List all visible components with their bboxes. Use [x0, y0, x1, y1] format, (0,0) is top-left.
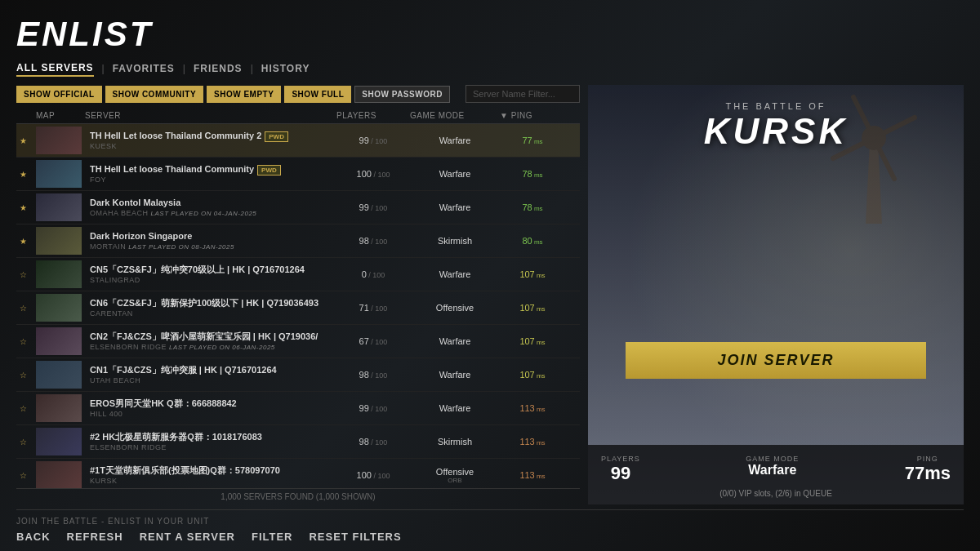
gamemode-col: OffensiveORB	[410, 467, 500, 484]
star-icon: ☆	[20, 471, 36, 480]
server-info: CN5「CZS&FJ」纯冲突70级以上 | HK | Q716701264 ST…	[85, 264, 336, 283]
list-footer: 1,000 SERVERS FOUND (1,000 SHOWN)	[16, 488, 580, 504]
server-info: Dark Horizon Singapore MORTAIN Last Play…	[85, 231, 336, 250]
players-col: 98 / 100	[336, 370, 410, 380]
server-info: #1T天堂萌新俱乐部(投票地图)Q群：578097070 KURSK	[85, 465, 336, 484]
server-map: STALINGRAD	[90, 276, 332, 284]
ping-label: PING	[905, 455, 951, 463]
filter-show-password[interactable]: SHOW PASSWORD	[354, 86, 450, 103]
filter-show-official[interactable]: SHOW OFFICIAL	[16, 86, 102, 103]
gamemode-col: Warfare	[410, 336, 500, 346]
ping-col: 78 ms	[500, 202, 565, 212]
filter-show-full[interactable]: SHOW FULL	[284, 86, 351, 103]
map-image	[36, 394, 82, 422]
gamemode-col: Skirmish	[410, 236, 500, 246]
star-icon: ☆	[20, 337, 36, 346]
table-row[interactable]: ★ Dark Horizon Singapore MORTAIN Last Pl…	[16, 224, 580, 258]
map-image	[36, 160, 82, 188]
join-server-button[interactable]: Join Server	[626, 342, 926, 379]
server-name: Dark Horizon Singapore	[90, 231, 332, 242]
stat-players: PLAYERS 99	[601, 455, 640, 484]
map-thumbnail	[36, 428, 82, 455]
server-map: KUESK	[90, 142, 332, 150]
server-map: KURSK	[90, 477, 332, 485]
server-search-input[interactable]	[466, 85, 580, 103]
map-thumbnail	[36, 193, 82, 221]
players-value: 99	[601, 463, 640, 484]
ping-col: 107 ms	[500, 269, 565, 279]
preview-subtitle: THE BATTLE OF	[588, 101, 964, 111]
gamemode-col: Warfare	[410, 403, 500, 413]
nav-sep-2: |	[183, 63, 185, 74]
server-name: TH Hell Let loose Thailand Community 2PW…	[90, 131, 332, 143]
table-row[interactable]: ☆ EROS男同天堂HK Q群：666888842 HILL 400 99 / …	[16, 392, 580, 425]
players-col: 98 / 100	[336, 437, 410, 447]
map-image	[36, 260, 82, 288]
gamemode-label: GAME MODE	[746, 455, 799, 463]
server-name: EROS男同天堂HK Q群：666888842	[90, 398, 332, 409]
ping-col: 80 ms	[500, 236, 565, 246]
server-map: ELSENBORN RIDGE	[90, 443, 332, 451]
col-gamemode: Game Mode	[410, 111, 500, 120]
server-info: CN6「CZS&FJ」萌新保护100级以下 | HK | Q719036493 …	[85, 298, 336, 317]
players-col: 67 / 100	[336, 336, 410, 346]
star-icon: ☆	[20, 404, 36, 413]
server-name: #1T天堂萌新俱乐部(投票地图)Q群：578097070	[90, 465, 332, 476]
server-preview-panel: THE BATTLE OF KURSK Join Server PLAYERS …	[588, 85, 964, 504]
tab-all-servers[interactable]: ALL SERVERS	[16, 60, 94, 77]
map-image	[36, 327, 82, 355]
ping-col: 107 ms	[500, 303, 565, 313]
table-row[interactable]: ☆ #1T天堂萌新俱乐部(投票地图)Q群：578097070 KURSK 100…	[16, 459, 580, 488]
tab-favorites[interactable]: FAVORITES	[113, 61, 175, 76]
server-info: Dark Kontol Malaysia OMAHA BEACH Last Pl…	[85, 198, 336, 216]
ping-col: 113 ms	[500, 437, 565, 447]
nav-tabs: ALL SERVERS | FAVORITES | FRIENDS | HIST…	[16, 60, 964, 77]
table-row[interactable]: ☆ CN6「CZS&FJ」萌新保护100级以下 | HK | Q71903649…	[16, 291, 580, 325]
reset-filters-button[interactable]: RESET FILTERS	[309, 531, 401, 543]
table-row[interactable]: ★ TH Hell Let loose Thailand CommunityPW…	[16, 158, 580, 191]
server-map: UTAH BEACH	[90, 376, 332, 384]
table-row[interactable]: ☆ CN1「FJ&CZS」纯冲突服 | HK | Q716701264 UTAH…	[16, 358, 580, 392]
filter-show-community[interactable]: SHOW COMMUNITY	[105, 86, 204, 103]
stat-gamemode: GAME MODE Warfare	[746, 455, 799, 478]
preview-title: KURSK	[588, 111, 964, 152]
table-row[interactable]: ★ TH Hell Let loose Thailand Community 2…	[16, 124, 580, 158]
server-name: Dark Kontol Malaysia	[90, 198, 332, 208]
map-image	[36, 227, 82, 255]
table-row[interactable]: ☆ CN5「CZS&FJ」纯冲突70级以上 | HK | Q716701264 …	[16, 258, 580, 291]
rent-server-button[interactable]: RENT A SERVER	[140, 531, 235, 543]
col-ping: ▼ Ping	[500, 111, 565, 120]
table-row[interactable]: ☆ #2 HK北极星萌新服务器Q群：1018176083 ELSENBORN R…	[16, 425, 580, 459]
server-info: #2 HK北极星萌新服务器Q群：1018176083 ELSENBORN RID…	[85, 432, 336, 451]
filter-bar: SHOW OFFICIAL SHOW COMMUNITY SHOW EMPTY …	[16, 85, 580, 103]
tab-history[interactable]: HISTORY	[261, 61, 310, 76]
server-list: ★ TH Hell Let loose Thailand Community 2…	[16, 124, 580, 488]
players-col: 99 / 100	[336, 136, 410, 145]
gamemode-col: Warfare	[410, 136, 500, 145]
server-map: HILL 400	[90, 410, 332, 418]
server-name: CN2「FJ&CZS」啤酒小屋萌新宝宝乐园 | HK | Q719036/	[90, 331, 332, 342]
players-col: 99 / 100	[336, 403, 410, 413]
preview-title-area: THE BATTLE OF KURSK	[588, 101, 964, 152]
ping-value: 77ms	[905, 463, 951, 484]
col-players: Players	[336, 111, 410, 120]
server-name: CN6「CZS&FJ」萌新保护100级以下 | HK | Q719036493	[90, 298, 332, 309]
ping-col: 107 ms	[500, 336, 565, 346]
table-row[interactable]: ★ Dark Kontol Malaysia OMAHA BEACH Last …	[16, 191, 580, 224]
server-preview: THE BATTLE OF KURSK Join Server PLAYERS …	[588, 85, 964, 504]
tab-friends[interactable]: FRIENDS	[194, 61, 243, 76]
star-icon: ★	[20, 170, 36, 179]
server-map: MORTAIN Last Played On 08-Jan-2025	[90, 242, 332, 251]
filter-show-empty[interactable]: SHOW EMPTY	[207, 86, 281, 103]
map-thumbnail	[36, 260, 82, 288]
filter-button[interactable]: FILTER	[252, 531, 293, 543]
map-image	[36, 193, 82, 221]
ping-col: 113 ms	[500, 470, 565, 480]
server-info: EROS男同天堂HK Q群：666888842 HILL 400	[85, 398, 336, 417]
table-row[interactable]: ☆ CN2「FJ&CZS」啤酒小屋萌新宝宝乐园 | HK | Q719036/ …	[16, 325, 580, 358]
pwd-badge: PWD	[257, 165, 281, 176]
back-button[interactable]: BACK	[16, 531, 51, 543]
map-thumbnail	[36, 160, 82, 188]
star-icon: ★	[20, 136, 36, 145]
refresh-button[interactable]: REFRESH	[67, 531, 123, 543]
